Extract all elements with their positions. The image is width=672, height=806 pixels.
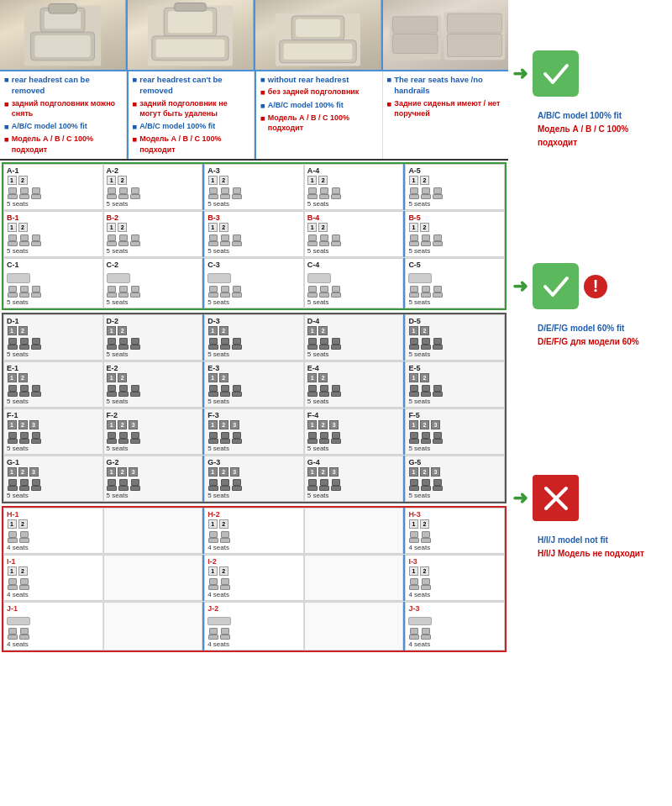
cell-i2: I-2 1 2 4 seats (204, 555, 304, 601)
seats-b2: 5 seats (107, 247, 200, 255)
result-abc-red: Модель А / В / С 100% подходит (538, 123, 668, 150)
num-2-b1: 2 (18, 223, 28, 232)
seat-c2-2 (118, 286, 129, 298)
num-2-b3: 2 (219, 223, 228, 232)
seats-i1: 4 seats (7, 591, 100, 598)
seats-i3: 4 seats (408, 591, 501, 598)
seats-j2: 4 seats (207, 640, 301, 648)
photo-4 (381, 0, 508, 70)
seat-d4-1 (307, 338, 318, 350)
desc-col-1: ■ rear headrest can be removed ■ задний … (0, 71, 127, 159)
seats-d2: 5 seats (107, 350, 200, 358)
desc-line-1-4: ■ Модель А / В / С 100% подходит (4, 134, 122, 155)
cell-f4: F-4 1 2 3 5 seats (304, 408, 404, 455)
row-e: E-1 1 2 5 seats E-2 (3, 361, 505, 408)
num-2-d3: 2 (219, 326, 228, 335)
seat-d1-1 (8, 338, 18, 350)
num-2-d1: 2 (18, 326, 28, 335)
seat-d3-3 (232, 338, 242, 350)
seat-b4-2 (319, 234, 329, 246)
num-1-d2: 1 (107, 326, 116, 335)
cell-a5: A-5 1 2 5 seats (405, 164, 505, 210)
desc-text-1-2: задний подголовник можно снять (12, 98, 122, 119)
result-block-abc: ➜ (512, 50, 579, 97)
desc-text-4-2: Задние сиденья имеют / нет поручней (394, 98, 504, 119)
seats-d3: 5 seats (207, 350, 301, 358)
cell-h-empty-2 (304, 508, 404, 554)
arrow-icon-abc: ➜ (512, 63, 528, 85)
seat-d4-3 (331, 338, 341, 350)
row-g: G-1 1 2 3 5 seats (3, 456, 505, 502)
cell-h3: H-3 1 2 4 seats (405, 508, 505, 554)
seat-c4-2 (319, 286, 329, 298)
cell-id-f3: F-3 (207, 411, 301, 419)
seats-e4: 5 seats (307, 398, 401, 405)
cell-c2: C-2 5 seats (103, 258, 203, 308)
seat-b3-1 (208, 234, 218, 246)
seats-f4: 5 seats (307, 445, 401, 452)
row-d: D-1 1 2 5 seats D-2 (3, 314, 505, 361)
seat-a4-2 (319, 187, 329, 199)
cell-id-f1: F-1 (7, 411, 100, 419)
desc-line-2-4: ■ Модель А / В / С 100% подходит (133, 134, 250, 155)
cell-d5: D-5 1 2 5 seats (405, 314, 505, 361)
cell-id-a2: A-2 (107, 166, 200, 175)
seat-c5-1 (409, 286, 419, 298)
cell-b5: B-5 1 2 5 seats (405, 211, 505, 257)
desc-col-3: ■ without rear headrest ■ без задней под… (255, 71, 383, 159)
seats-j1: 4 seats (7, 640, 100, 648)
desc-line-2-3: ■ A/B/C model 100% fit (133, 121, 250, 132)
seat-d2-1 (107, 338, 117, 350)
cell-c4: C-4 5 seats (304, 258, 404, 308)
cell-id-c4: C-4 (307, 261, 401, 269)
cell-j3: J-3 4 seats (405, 602, 505, 651)
desc-text-2-1: rear headrest can't be removed (139, 74, 249, 97)
bullet-red-2: ■ (4, 134, 9, 145)
desc-text-2-3: A/B/C model 100% fit (139, 121, 215, 132)
cell-c1: C-1 5 seats (3, 258, 103, 308)
cell-e3: E-3 1 2 5 seats (204, 361, 304, 408)
seat-a3-1 (208, 187, 218, 199)
num-2-b2: 2 (118, 223, 127, 232)
num-2-a3: 2 (219, 176, 228, 185)
svg-rect-4 (34, 35, 90, 57)
desc-line-3-2: ■ без задней подголовник (260, 87, 378, 97)
desc-line-3-3: ■ A/B/C model 100% fit (260, 100, 378, 111)
cell-id-b3: B-3 (207, 213, 301, 222)
desc-line-1-1: ■ rear headrest can be removed (4, 74, 122, 97)
num-2-d2: 2 (118, 326, 127, 335)
x-icon-hij (533, 475, 579, 521)
seats-b4: 5 seats (307, 247, 401, 255)
seats-g1: 5 seats (7, 492, 100, 499)
seats-c2: 5 seats (107, 298, 200, 306)
seat-a1-3 (31, 187, 41, 199)
svg-rect-11 (175, 3, 206, 12)
row-b: B-1 1 2 5 seats B-2 (3, 211, 505, 258)
num-1-e1: 1 (8, 373, 17, 382)
seat-c2-wide (107, 273, 130, 283)
desc-line-2-1: ■ rear headrest can't be removed (133, 74, 250, 97)
cell-id-g1: G-1 (7, 458, 100, 466)
seat-b2-3 (130, 234, 140, 246)
desc-text-1-4: Модель А / В / С 100% подходит (12, 134, 122, 155)
seats-c1: 5 seats (7, 298, 100, 306)
seats-c3: 5 seats (207, 298, 301, 306)
svg-rect-21 (447, 13, 501, 33)
cell-a1: A-1 1 2 5 seats (3, 164, 103, 210)
desc-text-2-2: задний подголовник не могут быть удалены (139, 98, 249, 119)
cell-j-empty-2 (304, 602, 404, 651)
seats-c5: 5 seats (408, 298, 501, 306)
seat-a2-1 (107, 187, 117, 199)
num-2-d5: 2 (420, 326, 429, 335)
seat-d1-2 (19, 338, 29, 350)
cell-id-e5: E-5 (408, 364, 501, 372)
seats-h1: 4 seats (7, 544, 100, 551)
seats-f1: 5 seats (7, 445, 100, 452)
seats-b5: 5 seats (408, 247, 501, 255)
seats-c4: 5 seats (307, 298, 401, 306)
exclaim-icon-defg: ! (584, 275, 607, 298)
result-text-hij: H/I/J model not fit H/I/J Модель не подх… (512, 534, 644, 561)
cell-id-j2: J-2 (207, 604, 301, 613)
seats-f5: 5 seats (408, 445, 501, 452)
cell-e1: E-1 1 2 5 seats (3, 361, 103, 408)
